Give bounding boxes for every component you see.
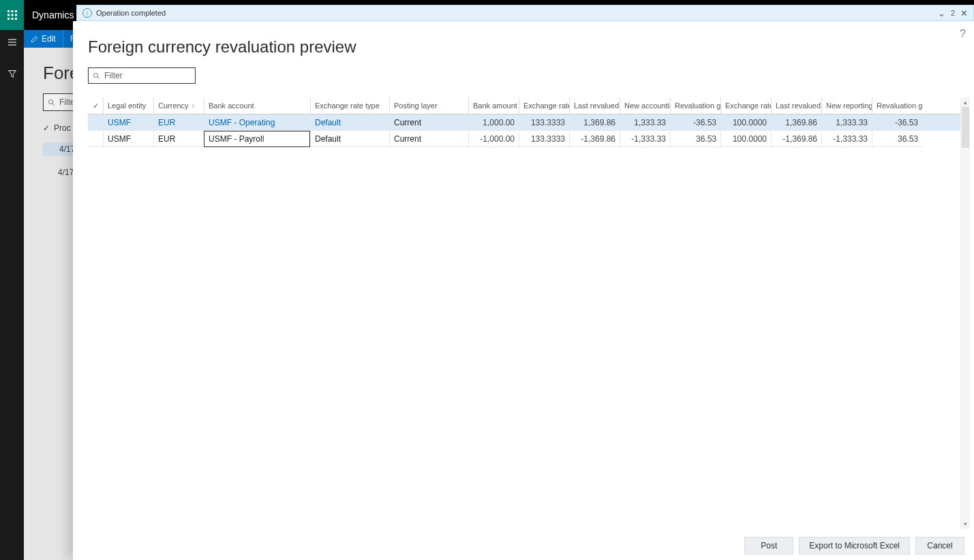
- column-header[interactable]: Legal entity: [103, 97, 153, 114]
- column-header[interactable]: New accounting...: [620, 97, 670, 114]
- table-cell: 100.0000: [720, 114, 771, 131]
- svg-rect-8: [15, 18, 17, 20]
- check-icon: ✓: [93, 102, 99, 110]
- info-icon: i: [82, 8, 92, 18]
- scroll-up-icon[interactable]: ▴: [961, 97, 970, 107]
- table-cell: 1,333.33: [821, 114, 872, 131]
- column-header[interactable]: Exchange rate: [720, 97, 771, 114]
- svg-rect-4: [11, 14, 13, 16]
- dialog-footer: Post Export to Microsoft Excel Cancel: [73, 531, 974, 560]
- column-header[interactable]: Bank amount: [468, 97, 519, 114]
- table-cell: 1,333.33: [620, 114, 670, 131]
- table-cell[interactable]: USMF - Payroll: [204, 131, 310, 147]
- svg-rect-0: [7, 10, 10, 12]
- table-cell: 36.53: [872, 131, 922, 147]
- nav-rail: [0, 0, 24, 560]
- notification-message: Operation completed: [96, 9, 166, 17]
- table-cell: -1,333.33: [620, 131, 670, 147]
- column-header[interactable]: Currency↑: [153, 97, 204, 114]
- scroll-thumb[interactable]: [962, 107, 969, 148]
- table-cell: Current: [389, 114, 468, 131]
- table-cell: -36.53: [670, 114, 720, 131]
- table-cell: -1,369.86: [569, 131, 620, 147]
- table-cell: -1,369.86: [771, 131, 821, 147]
- table-row[interactable]: USMFEURUSMF - OperatingDefaultCurrent1,0…: [88, 114, 960, 131]
- column-header[interactable]: New reporting a...: [821, 97, 872, 114]
- table-cell: 133.3333: [519, 114, 569, 131]
- table-cell: -1,000.00: [468, 131, 519, 147]
- table-cell: [88, 114, 103, 131]
- dialog-title: Foreign currency revaluation preview: [73, 21, 974, 57]
- table-cell[interactable]: USMF - Operating: [204, 114, 310, 131]
- hamburger-icon[interactable]: [0, 30, 24, 55]
- table-cell: [88, 131, 103, 147]
- notification-count: 2: [951, 9, 955, 17]
- table-cell[interactable]: EUR: [153, 114, 204, 131]
- revaluation-table: ✓Legal entityCurrency↑Bank accountExchan…: [88, 97, 960, 531]
- svg-rect-5: [15, 14, 17, 16]
- revaluation-preview-dialog: ? Foreign currency revaluation preview F…: [73, 21, 974, 560]
- help-icon[interactable]: ?: [960, 28, 966, 40]
- notification-expand-icon[interactable]: ⌄: [938, 8, 945, 18]
- table-cell[interactable]: USMF: [103, 114, 153, 131]
- table-cell: -1,333.33: [821, 131, 872, 147]
- column-header[interactable]: Last revalued ac...: [569, 97, 620, 114]
- svg-rect-2: [15, 10, 17, 12]
- column-header[interactable]: Posting layer: [389, 97, 468, 114]
- notification-bar: i Operation completed ⌄ 2 ✕: [76, 5, 974, 21]
- svg-rect-7: [11, 18, 13, 20]
- table-body: USMFEURUSMF - OperatingDefaultCurrent1,0…: [88, 114, 960, 147]
- table-cell: -36.53: [872, 114, 922, 131]
- column-header[interactable]: Revaluation gai...: [872, 97, 922, 114]
- table-cell: 100.0000: [720, 131, 771, 147]
- table-cell: EUR: [153, 131, 204, 147]
- svg-rect-1: [11, 10, 13, 12]
- table-cell[interactable]: Default: [310, 114, 389, 131]
- filter-icon[interactable]: [0, 61, 24, 86]
- table-cell: 1,369.86: [569, 114, 620, 131]
- filter-placeholder: Filter: [104, 71, 123, 80]
- table-cell: USMF: [103, 131, 153, 147]
- table-cell: Default: [310, 131, 389, 147]
- column-header[interactable]: ✓: [88, 97, 103, 114]
- export-excel-button[interactable]: Export to Microsoft Excel: [799, 537, 910, 555]
- column-header[interactable]: Bank account: [204, 97, 310, 114]
- table-cell: 133.3333: [519, 131, 569, 147]
- svg-rect-6: [7, 18, 10, 20]
- post-button[interactable]: Post: [744, 537, 793, 555]
- sort-ascending-icon: ↑: [192, 102, 195, 110]
- column-header[interactable]: Last revalued re...: [771, 97, 821, 114]
- table-cell: 1,369.86: [771, 114, 821, 131]
- svg-point-14: [93, 73, 97, 77]
- column-header[interactable]: Revaluation gai...: [670, 97, 720, 114]
- cancel-button[interactable]: Cancel: [915, 537, 964, 555]
- app-brand: Dynamics: [32, 10, 74, 20]
- filter-input[interactable]: Filter: [88, 67, 196, 84]
- table-row[interactable]: USMFEURUSMF - PayrollDefaultCurrent-1,00…: [88, 131, 960, 147]
- table-cell: Current: [389, 131, 468, 147]
- svg-rect-3: [7, 14, 10, 16]
- column-header[interactable]: Exchange rate: [519, 97, 569, 114]
- notification-close-icon[interactable]: ✕: [960, 8, 968, 18]
- table-cell: 36.53: [670, 131, 720, 147]
- svg-line-15: [97, 76, 100, 78]
- table-header: ✓Legal entityCurrency↑Bank accountExchan…: [88, 97, 960, 114]
- table-cell: 1,000.00: [468, 114, 519, 131]
- app-launcher-icon[interactable]: [0, 0, 24, 30]
- scroll-down-icon[interactable]: ▾: [961, 519, 970, 529]
- column-header[interactable]: Exchange rate type: [310, 97, 389, 114]
- vertical-scrollbar[interactable]: ▴ ▾: [960, 97, 970, 529]
